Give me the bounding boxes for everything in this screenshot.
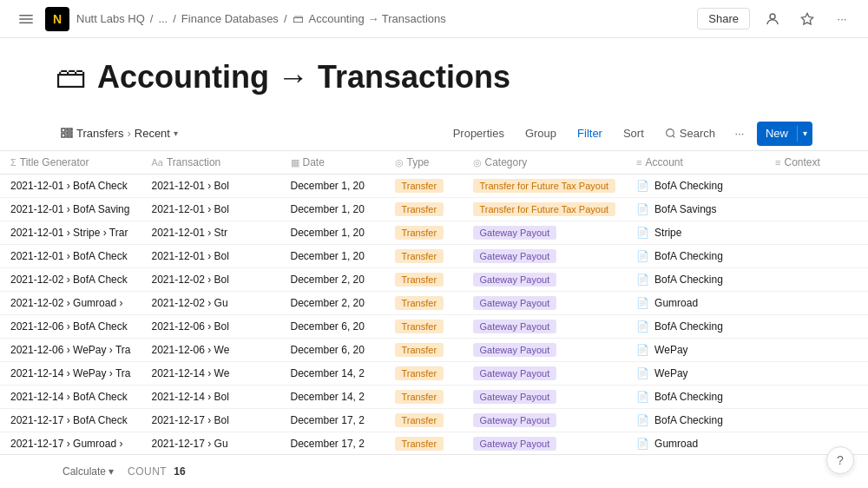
view-sub-label: › bbox=[127, 127, 130, 140]
hamburger-button[interactable] bbox=[14, 7, 38, 31]
cell-account-4: 📄 BofA Checking bbox=[626, 268, 765, 292]
cell-date-10: December 17, 2 bbox=[280, 409, 385, 432]
cell-title-8: 2021-12-14 › WePay › Tra bbox=[0, 362, 141, 386]
cell-type-2: Transfer bbox=[385, 221, 463, 245]
breadcrumb-current[interactable]: Accounting → Transactions bbox=[309, 12, 446, 25]
cell-date-8: December 14, 2 bbox=[280, 362, 385, 386]
table-row[interactable]: 2021-12-14 › BofA Check 2021-12-14 › Bol… bbox=[0, 386, 868, 409]
cell-type-0: Transfer bbox=[385, 175, 463, 198]
table-row[interactable]: 2021-12-01 › BofA Saving 2021-12-01 › Bo… bbox=[0, 198, 868, 221]
breadcrumb-sep1: / bbox=[150, 12, 154, 25]
account-col-icon: ≡ bbox=[636, 157, 641, 168]
cell-transaction-3: 2021-12-01 › Bol bbox=[141, 245, 280, 268]
cell-category-9: Gateway Payout bbox=[463, 386, 627, 409]
breadcrumb-app[interactable]: Nutt Labs HQ bbox=[76, 12, 145, 25]
cell-context-4 bbox=[765, 268, 868, 292]
toolbar-more-button[interactable]: ··· bbox=[729, 123, 750, 144]
transaction-col-icon: Aa bbox=[152, 157, 163, 168]
calculate-button[interactable]: Calculate ▾ bbox=[56, 462, 121, 481]
account-name-1: BofA Savings bbox=[654, 203, 716, 215]
cell-transaction-2: 2021-12-01 › Str bbox=[141, 221, 280, 245]
calculate-label: Calculate bbox=[62, 465, 106, 478]
help-button[interactable]: ? bbox=[826, 446, 854, 474]
cell-account-8: 📄 WePay bbox=[626, 362, 765, 386]
nav-right: Share ··· bbox=[697, 7, 854, 31]
category-badge-7: Gateway Payout bbox=[473, 343, 557, 357]
svg-rect-0 bbox=[19, 15, 33, 16]
cell-account-1: 📄 BofA Savings bbox=[626, 198, 765, 221]
breadcrumb-sep3: / bbox=[284, 12, 287, 25]
table-row[interactable]: 2021-12-02 › Gumroad › 2021-12-02 › Gu D… bbox=[0, 292, 868, 315]
page-title-row: 🗃 Accounting → Transactions bbox=[56, 59, 812, 96]
cell-title-5: 2021-12-02 › Gumroad › bbox=[0, 292, 141, 315]
more-options-button[interactable]: ··· bbox=[830, 7, 854, 31]
table-row[interactable]: 2021-12-14 › WePay › Tra 2021-12-14 › We… bbox=[0, 362, 868, 386]
cell-transaction-6: 2021-12-06 › Bol bbox=[141, 315, 280, 339]
search-label: Search bbox=[680, 127, 715, 140]
view-selector[interactable]: Transfers › Recent ▾ bbox=[56, 123, 183, 143]
sort-button[interactable]: Sort bbox=[616, 123, 651, 143]
cell-date-6: December 6, 20 bbox=[280, 315, 385, 339]
star-button[interactable] bbox=[795, 7, 819, 31]
table-row[interactable]: 2021-12-06 › WePay › Tra 2021-12-06 › We… bbox=[0, 339, 868, 362]
category-badge-5: Gateway Payout bbox=[473, 296, 557, 310]
ellipsis-icon: ··· bbox=[838, 12, 847, 25]
breadcrumb: Nutt Labs HQ / ... / Finance Databases /… bbox=[76, 12, 446, 25]
type-badge-5: Transfer bbox=[395, 296, 444, 310]
col-header-type: ◎Type bbox=[385, 151, 463, 175]
cell-category-4: Gateway Payout bbox=[463, 268, 627, 292]
table-footer: Calculate ▾ COUNT 16 bbox=[0, 454, 868, 488]
type-badge-3: Transfer bbox=[395, 249, 444, 263]
toolbar-right: Properties Group Filter Sort Search ··· … bbox=[446, 122, 812, 146]
account-name-5: Gumroad bbox=[654, 297, 698, 309]
share-button[interactable]: Share bbox=[697, 8, 750, 30]
cell-type-1: Transfer bbox=[385, 198, 463, 221]
cell-context-10 bbox=[765, 409, 868, 432]
category-badge-10: Gateway Payout bbox=[473, 413, 557, 427]
new-button[interactable]: New ▾ bbox=[757, 122, 812, 146]
cell-date-11: December 17, 2 bbox=[280, 432, 385, 456]
filter-button[interactable]: Filter bbox=[570, 123, 609, 143]
table-row[interactable]: 2021-12-17 › BofA Check 2021-12-17 › Bol… bbox=[0, 409, 868, 432]
col-header-account: ≡Account bbox=[626, 151, 765, 175]
table-row[interactable]: 2021-12-01 › BofA Check 2021-12-01 › Bol… bbox=[0, 175, 868, 198]
cell-account-2: 📄 Stripe bbox=[626, 221, 765, 245]
account-name-9: BofA Checking bbox=[654, 391, 723, 403]
breadcrumb-ellipsis[interactable]: ... bbox=[158, 12, 168, 25]
user-icon-button[interactable] bbox=[760, 7, 785, 31]
table-row[interactable]: 2021-12-17 › Gumroad › 2021-12-17 › Gu D… bbox=[0, 432, 868, 456]
app-logo: N bbox=[45, 7, 69, 31]
cell-type-3: Transfer bbox=[385, 245, 463, 268]
table-row[interactable]: 2021-12-06 › BofA Check 2021-12-06 › Bol… bbox=[0, 315, 868, 339]
search-button[interactable]: Search bbox=[658, 123, 722, 143]
doc-icon-10: 📄 bbox=[636, 414, 649, 426]
cell-title-10: 2021-12-17 › BofA Check bbox=[0, 409, 141, 432]
cell-date-0: December 1, 20 bbox=[280, 175, 385, 198]
cell-date-3: December 1, 20 bbox=[280, 245, 385, 268]
context-col-icon: ≡ bbox=[775, 157, 780, 168]
cell-category-10: Gateway Payout bbox=[463, 409, 627, 432]
properties-button[interactable]: Properties bbox=[446, 123, 511, 143]
cell-title-11: 2021-12-17 › Gumroad › bbox=[0, 432, 141, 456]
cell-transaction-9: 2021-12-14 › Bol bbox=[141, 386, 280, 409]
group-button[interactable]: Group bbox=[518, 123, 563, 143]
account-name-0: BofA Checking bbox=[654, 180, 723, 192]
table-row[interactable]: 2021-12-02 › BofA Check 2021-12-02 › Bol… bbox=[0, 268, 868, 292]
cell-transaction-10: 2021-12-17 › Bol bbox=[141, 409, 280, 432]
table-row[interactable]: 2021-12-01 › BofA Check 2021-12-01 › Bol… bbox=[0, 245, 868, 268]
breadcrumb-finance[interactable]: Finance Databases bbox=[181, 12, 279, 25]
new-button-label: New bbox=[757, 122, 797, 146]
cell-type-5: Transfer bbox=[385, 292, 463, 315]
doc-icon-1: 📄 bbox=[636, 203, 649, 215]
cell-category-3: Gateway Payout bbox=[463, 245, 627, 268]
cell-type-11: Transfer bbox=[385, 432, 463, 456]
cell-date-7: December 6, 20 bbox=[280, 339, 385, 362]
cell-date-2: December 1, 20 bbox=[280, 221, 385, 245]
cell-account-11: 📄 Gumroad bbox=[626, 432, 765, 456]
svg-rect-8 bbox=[67, 132, 72, 134]
category-badge-0: Transfer for Future Tax Payout bbox=[473, 179, 616, 193]
type-badge-6: Transfer bbox=[395, 320, 444, 333]
table-row[interactable]: 2021-12-01 › Stripe › Trar 2021-12-01 › … bbox=[0, 221, 868, 245]
cell-type-8: Transfer bbox=[385, 362, 463, 386]
col-header-category: ◎Category bbox=[463, 151, 627, 175]
